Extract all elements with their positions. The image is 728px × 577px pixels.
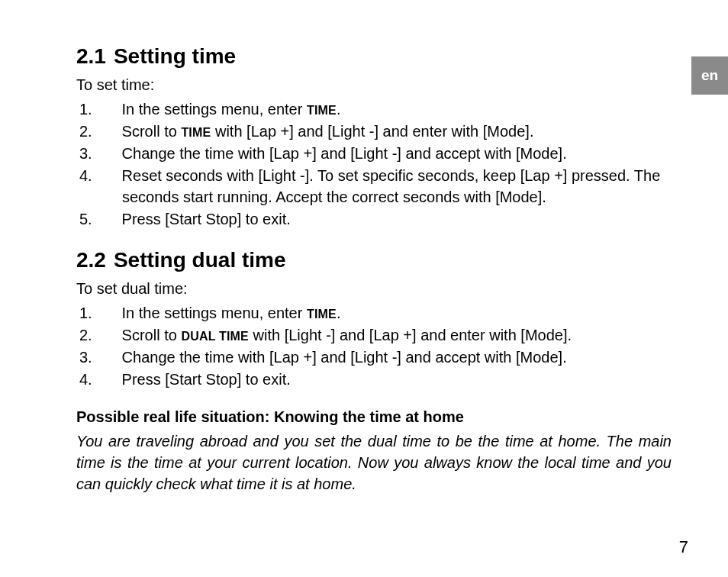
page-number: 7 <box>679 537 688 557</box>
steps-list-1: 1. In the settings menu, enter TIME. 2. … <box>101 98 672 230</box>
step-text: with [Lap +] and [Light -] and enter wit… <box>211 123 533 140</box>
list-item: 1. In the settings menu, enter TIME. <box>101 302 672 324</box>
intro-text: To set dual time: <box>76 280 672 298</box>
step-number: 2. <box>101 121 118 142</box>
step-text: Reset seconds with [Light -]. To set spe… <box>122 167 661 205</box>
list-item: 4. Reset seconds with [Light -]. To set … <box>101 165 672 208</box>
steps-list-2: 1. In the settings menu, enter TIME. 2. … <box>101 302 672 390</box>
step-text: In the settings menu, enter <box>122 305 307 321</box>
menu-item-label: TIME <box>307 104 337 117</box>
list-item: 4. Press [Start Stop] to exit. <box>101 369 672 390</box>
step-text: Press [Start Stop] to exit. <box>122 211 291 227</box>
section-title: Setting dual time <box>114 248 286 272</box>
step-number: 4. <box>101 369 118 390</box>
section-heading-2-1: 2.1Setting time <box>76 44 672 69</box>
menu-item-label: DUAL TIME <box>181 330 249 343</box>
step-text: Change the time with [Lap +] and [Light … <box>122 145 567 162</box>
step-text: In the settings menu, enter <box>122 101 307 118</box>
language-tab: en <box>691 56 728 95</box>
intro-text: To set time: <box>76 76 672 94</box>
section-heading-2-2: 2.2Setting dual time <box>76 248 672 272</box>
step-number: 1. <box>101 302 118 324</box>
list-item: 2. Scroll to TIME with [Lap +] and [Ligh… <box>101 121 672 142</box>
step-text: Scroll to <box>122 327 182 343</box>
step-text: with [Light -] and [Lap +] and enter wit… <box>249 327 572 343</box>
step-number: 3. <box>101 143 118 164</box>
menu-item-label: TIME <box>181 126 211 139</box>
step-number: 2. <box>101 324 118 346</box>
page-content: 2.1Setting time To set time: 1. In the s… <box>76 44 672 495</box>
section-number: 2.1 <box>76 44 106 68</box>
step-text: . <box>337 101 341 118</box>
list-item: 5. Press [Start Stop] to exit. <box>101 208 672 230</box>
step-text: Change the time with [Lap +] and [Light … <box>122 349 567 366</box>
scenario-heading: Possible real life situation: Knowing th… <box>76 408 672 426</box>
step-text: Press [Start Stop] to exit. <box>122 371 291 388</box>
section-number: 2.2 <box>76 248 106 272</box>
step-number: 3. <box>101 347 118 368</box>
menu-item-label: TIME <box>307 308 337 321</box>
scenario-text: You are traveling abroad and you set the… <box>76 430 672 495</box>
step-number: 5. <box>101 208 118 230</box>
step-text: Scroll to <box>122 123 182 140</box>
step-number: 1. <box>101 98 118 120</box>
section-title: Setting time <box>114 44 236 68</box>
step-number: 4. <box>101 165 118 186</box>
list-item: 2. Scroll to DUAL TIME with [Light -] an… <box>101 324 672 346</box>
step-text: . <box>337 305 341 321</box>
list-item: 3. Change the time with [Lap +] and [Lig… <box>101 347 672 368</box>
list-item: 3. Change the time with [Lap +] and [Lig… <box>101 143 672 164</box>
list-item: 1. In the settings menu, enter TIME. <box>101 98 672 120</box>
